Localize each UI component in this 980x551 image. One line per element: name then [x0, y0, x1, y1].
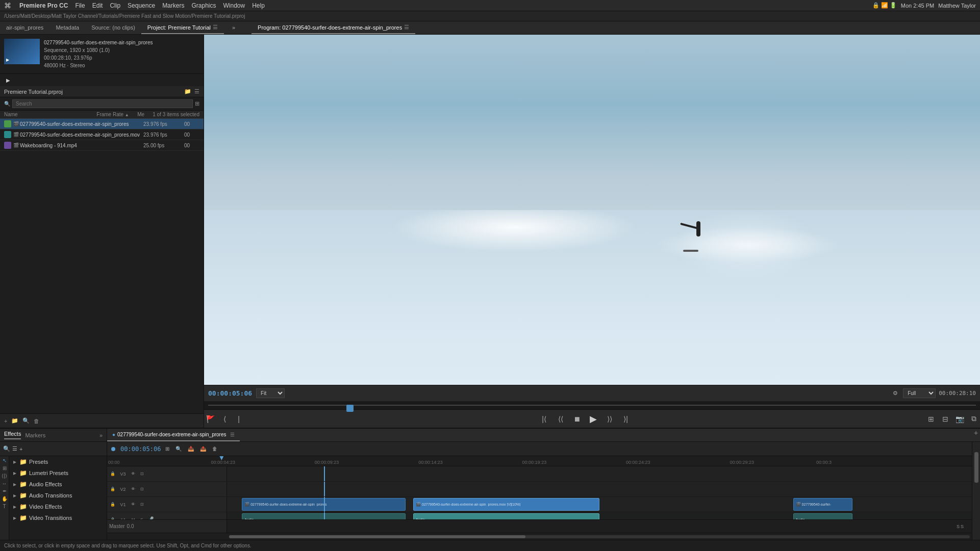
menu-markers[interactable]: Markers [159, 1, 187, 10]
fit-select[interactable]: Fit 25% 50% 75% 100% [256, 388, 285, 398]
track-v1-eye[interactable]: 👁 [130, 501, 137, 508]
stop-button[interactable]: ⏹ [571, 413, 583, 425]
selection-tool-icon[interactable]: ↖ [2, 457, 8, 463]
file-item-1[interactable]: 🎬 027799540-surfer-does-extreme-air-spin… [0, 119, 204, 129]
tl-lift-button[interactable]: 📤 [198, 445, 208, 453]
step-fwd-button[interactable]: ⟩⟩ [604, 413, 616, 425]
effects-folder-video-effects[interactable]: ▶ 📁 Video Effects [9, 501, 107, 512]
step-back-button[interactable]: ⟨⟨ [555, 413, 567, 425]
tl-delete-button[interactable]: 🗑 [211, 445, 219, 453]
tab-project[interactable]: Project: Premiere Tutorial ☰ [141, 21, 224, 34]
tab-air-spin[interactable]: air-spin_prores [0, 21, 49, 34]
tab-metadata[interactable]: Metadata [49, 21, 85, 34]
multi-cam-button[interactable]: ⧉ [968, 413, 980, 425]
v1-clip-2[interactable]: 🎬 027799540-surfer-does-extreme-air-spin… [413, 498, 599, 511]
track-v1-sync[interactable]: ⊡ [138, 501, 145, 508]
search-input[interactable] [12, 99, 193, 108]
go-to-out-button[interactable]: ⟩| [620, 413, 632, 425]
a1-clip-3[interactable]: Audio [793, 513, 853, 519]
effects-panel-tabs: Effects Markers » [0, 429, 107, 441]
track-v2-lock[interactable]: 🔒 [109, 486, 116, 493]
menu-premiere-pro[interactable]: Premiere Pro CC [16, 1, 71, 10]
tl-scrollbar-track[interactable] [229, 535, 970, 538]
track-select-icon[interactable]: ⊞ [2, 465, 8, 471]
hand-icon[interactable]: ✋ [2, 495, 8, 502]
track-v3-eye[interactable]: 👁 [130, 470, 137, 478]
out-point-button[interactable]: | [233, 413, 245, 425]
scrubber-thumb[interactable] [346, 405, 354, 412]
effects-list-icon[interactable]: ☰ [12, 445, 17, 452]
effects-folder-video-transitions[interactable]: ▶ 📁 Video Transitions [9, 512, 107, 523]
list-view-icon[interactable]: ☰ [194, 88, 199, 95]
timeline-scrollbar[interactable] [107, 533, 972, 540]
right-scroller-thumb[interactable] [974, 452, 978, 483]
effects-search-icon[interactable]: 🔍 [3, 445, 10, 452]
tl-search-button[interactable]: 🔍 [174, 445, 183, 453]
type-icon[interactable]: T [2, 503, 8, 509]
overwrite-button[interactable]: ⊟ [939, 413, 951, 425]
track-v3-lock[interactable]: 🔒 [109, 470, 116, 478]
tl-insert-button[interactable]: 📥 [186, 445, 195, 453]
search-options-icon[interactable]: ⊞ [195, 100, 199, 107]
menu-file[interactable]: File [72, 1, 88, 10]
timeline-menu-icon[interactable]: ☰ [230, 432, 235, 437]
tl-scrollbar-thumb[interactable] [229, 535, 525, 538]
delete-button[interactable]: 🗑 [34, 418, 39, 424]
track-v2-eye[interactable]: 👁 [130, 486, 137, 493]
a1-clip-2[interactable]: Audio [413, 513, 599, 519]
tab-program-menu[interactable]: ☰ [404, 24, 409, 31]
track-v2-sync[interactable]: ⊡ [138, 486, 145, 493]
track-v3-sync[interactable]: ⊡ [138, 470, 145, 478]
in-point-button[interactable]: ⟨ [218, 413, 231, 425]
ripple-edit-icon[interactable]: ⟨|⟩ [2, 473, 8, 479]
slip-icon[interactable]: ↔ [2, 480, 8, 486]
track-v1-lock[interactable]: 🔒 [109, 501, 116, 508]
menu-edit[interactable]: Edit [89, 1, 106, 10]
add-track-button[interactable]: + [972, 429, 980, 437]
track-a1-label: 🔒 A1 M S 🎤 [107, 512, 227, 519]
markers-tab[interactable]: Markers [25, 432, 45, 438]
tab-program[interactable]: Program: 027799540-surfer-does-extreme-a… [252, 21, 415, 34]
effects-panel-menu[interactable]: » [99, 432, 103, 438]
tl-snap-button[interactable]: ⊞ [164, 445, 171, 453]
tab-source[interactable]: Source: (no clips) [85, 21, 141, 34]
play-button[interactable]: ▶ [587, 413, 599, 425]
marker-button[interactable]: 🚩 [204, 413, 216, 425]
file-name-1: 027799540-surfer-does-extreme-air-spin_p… [20, 121, 143, 127]
project-details: 027799540-surfer-does-extreme-air-spin_p… [44, 39, 153, 69]
new-bin-button[interactable]: 📁 [11, 417, 18, 424]
go-to-in-button[interactable]: |⟨ [538, 413, 550, 425]
effects-folder-lumetri[interactable]: ▶ 📁 Lumetri Presets [9, 467, 107, 479]
file-item-2[interactable]: 🎬 027799540-surfer-does-extreme-air-spin… [0, 129, 204, 140]
find-button[interactable]: 🔍 [22, 417, 30, 424]
menu-sequence[interactable]: Sequence [124, 1, 158, 10]
effects-new-icon[interactable]: + [19, 446, 22, 452]
scrubber-bar[interactable] [204, 401, 980, 409]
timeline-sequence-tab[interactable]: ● 027799540-surfer-does-extreme-air-spin… [107, 429, 240, 441]
pen-icon[interactable]: ✒ [2, 488, 8, 494]
effects-tab[interactable]: Effects [4, 431, 21, 439]
tab-project-menu[interactable]: ☰ [213, 24, 218, 31]
menu-graphics[interactable]: Graphics [188, 1, 219, 10]
menu-window[interactable]: Window [220, 1, 248, 10]
effects-folder-audio-transitions[interactable]: ▶ 📁 Audio Transitions [9, 490, 107, 501]
video-transitions-label: Video Transitions [29, 515, 72, 521]
new-bin-icon[interactable]: 📁 [184, 88, 191, 95]
insert-button[interactable]: ⊞ [925, 413, 937, 425]
panel-bottom-icons: + 📁 🔍 🗑 [0, 413, 204, 428]
file-item-3[interactable]: 🎬 Wakeboarding - 914.mp4 25.00 fps 00 [0, 140, 204, 151]
tracks-container: 🔒 V3 👁 ⊡ 🔒 V2 👁 [107, 466, 972, 519]
full-select[interactable]: Full Half Quarter [903, 388, 936, 398]
path-bar: /Users/Matt/Desktop/Matt Taylor Channel/… [0, 11, 980, 21]
source-play-button[interactable]: ▶ [4, 76, 12, 84]
effects-panel-tab-area: Effects Markers » [0, 429, 107, 441]
menu-clip[interactable]: Clip [107, 1, 123, 10]
tab-expand[interactable]: » [226, 21, 241, 34]
menu-help[interactable]: Help [249, 1, 268, 10]
export-frame-button[interactable]: 📷 [953, 413, 966, 425]
new-item-button[interactable]: + [4, 418, 7, 424]
v1-clip-3[interactable]: 🎬 027799540-surfer- [793, 498, 853, 511]
settings-icon[interactable]: ⚙ [891, 389, 900, 398]
effects-folder-audio-effects[interactable]: ▶ 📁 Audio Effects [9, 479, 107, 490]
effects-folder-presets[interactable]: ▶ 📁 Presets [9, 456, 107, 467]
